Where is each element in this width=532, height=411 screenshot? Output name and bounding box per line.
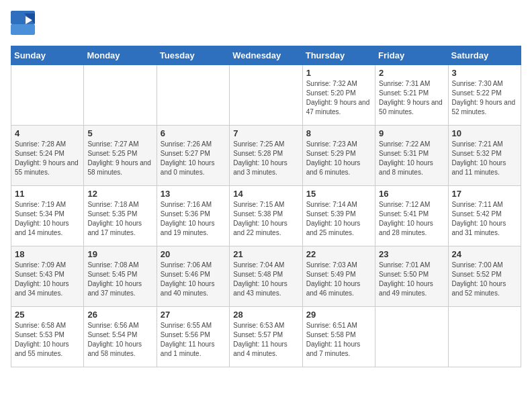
header-monday: Monday [84,46,157,65]
day-info: Sunrise: 7:32 AM Sunset: 5:20 PM Dayligh… [306,79,371,117]
header-wednesday: Wednesday [230,46,302,65]
day-number: 25 [15,310,80,320]
logo [11,11,38,38]
day-number: 19 [87,249,152,259]
day-number: 16 [379,189,444,199]
day-number: 4 [15,128,80,138]
day-number: 27 [161,310,226,320]
calendar-cell: 20Sunrise: 7:06 AM Sunset: 5:46 PM Dayli… [157,246,229,307]
day-info: Sunrise: 7:30 AM Sunset: 5:22 PM Dayligh… [452,79,517,117]
day-info: Sunrise: 6:53 AM Sunset: 5:57 PM Dayligh… [233,321,298,359]
day-info: Sunrise: 6:51 AM Sunset: 5:58 PM Dayligh… [306,321,371,359]
day-info: Sunrise: 7:03 AM Sunset: 5:49 PM Dayligh… [306,261,371,298]
day-info: Sunrise: 6:55 AM Sunset: 5:56 PM Dayligh… [161,321,226,359]
day-info: Sunrise: 7:18 AM Sunset: 5:35 PM Dayligh… [87,200,152,238]
calendar-cell: 17Sunrise: 7:11 AM Sunset: 5:42 PM Dayli… [448,186,521,246]
calendar-cell [157,65,229,126]
day-number: 5 [87,128,152,138]
day-info: Sunrise: 7:22 AM Sunset: 5:31 PM Dayligh… [379,140,444,177]
day-number: 1 [306,68,371,78]
day-info: Sunrise: 7:11 AM Sunset: 5:42 PM Dayligh… [452,200,517,238]
day-info: Sunrise: 7:31 AM Sunset: 5:21 PM Dayligh… [379,79,444,117]
calendar-week-row: 18Sunrise: 7:09 AM Sunset: 5:43 PM Dayli… [11,246,521,307]
day-number: 23 [379,249,444,259]
day-number: 10 [452,128,517,138]
logo-icon [11,11,35,38]
day-info: Sunrise: 7:27 AM Sunset: 5:25 PM Dayligh… [87,140,152,177]
day-info: Sunrise: 7:26 AM Sunset: 5:27 PM Dayligh… [161,140,226,177]
calendar-cell: 25Sunrise: 6:58 AM Sunset: 5:53 PM Dayli… [11,307,84,367]
day-number: 15 [306,189,371,199]
day-number: 11 [15,189,80,199]
day-number: 8 [306,128,371,138]
day-info: Sunrise: 7:00 AM Sunset: 5:52 PM Dayligh… [452,261,517,298]
calendar-cell: 5Sunrise: 7:27 AM Sunset: 5:25 PM Daylig… [84,126,157,186]
calendar-cell: 7Sunrise: 7:25 AM Sunset: 5:28 PM Daylig… [230,126,302,186]
day-number: 17 [452,189,517,199]
calendar-cell: 12Sunrise: 7:18 AM Sunset: 5:35 PM Dayli… [84,186,157,246]
calendar-cell: 16Sunrise: 7:12 AM Sunset: 5:41 PM Dayli… [375,186,448,246]
calendar-cell: 19Sunrise: 7:08 AM Sunset: 5:45 PM Dayli… [84,246,157,307]
day-info: Sunrise: 7:01 AM Sunset: 5:50 PM Dayligh… [379,261,444,298]
day-info: Sunrise: 7:08 AM Sunset: 5:45 PM Dayligh… [87,261,152,298]
calendar-cell: 24Sunrise: 7:00 AM Sunset: 5:52 PM Dayli… [448,246,521,307]
day-number: 22 [306,249,371,259]
calendar-cell: 18Sunrise: 7:09 AM Sunset: 5:43 PM Dayli… [11,246,84,307]
day-number: 2 [379,68,444,78]
day-info: Sunrise: 7:04 AM Sunset: 5:48 PM Dayligh… [233,261,298,298]
header-sunday: Sunday [11,46,84,65]
calendar-cell: 29Sunrise: 6:51 AM Sunset: 5:58 PM Dayli… [302,307,375,367]
day-info: Sunrise: 7:19 AM Sunset: 5:34 PM Dayligh… [15,200,80,238]
svg-rect-1 [11,24,35,35]
day-number: 24 [452,249,517,259]
calendar-week-row: 4Sunrise: 7:28 AM Sunset: 5:24 PM Daylig… [11,126,521,186]
weekday-header-row: Sunday Monday Tuesday Wednesday Thursday… [11,46,521,65]
calendar-cell: 9Sunrise: 7:22 AM Sunset: 5:31 PM Daylig… [375,126,448,186]
calendar-cell: 8Sunrise: 7:23 AM Sunset: 5:29 PM Daylig… [302,126,375,186]
day-info: Sunrise: 7:25 AM Sunset: 5:28 PM Dayligh… [233,140,298,177]
day-info: Sunrise: 7:28 AM Sunset: 5:24 PM Dayligh… [15,140,80,177]
calendar-cell [230,65,302,126]
header-thursday: Thursday [302,46,375,65]
day-info: Sunrise: 7:15 AM Sunset: 5:38 PM Dayligh… [233,200,298,238]
calendar-cell [375,307,448,367]
calendar-week-row: 1Sunrise: 7:32 AM Sunset: 5:20 PM Daylig… [11,65,521,126]
calendar-cell: 28Sunrise: 6:53 AM Sunset: 5:57 PM Dayli… [230,307,302,367]
calendar-cell: 13Sunrise: 7:16 AM Sunset: 5:36 PM Dayli… [157,186,229,246]
calendar-cell [448,307,521,367]
calendar-cell: 21Sunrise: 7:04 AM Sunset: 5:48 PM Dayli… [230,246,302,307]
header-saturday: Saturday [448,46,521,65]
calendar-week-row: 25Sunrise: 6:58 AM Sunset: 5:53 PM Dayli… [11,307,521,367]
day-number: 28 [233,310,298,320]
day-number: 18 [15,249,80,259]
day-info: Sunrise: 7:14 AM Sunset: 5:39 PM Dayligh… [306,200,371,238]
day-number: 9 [379,128,444,138]
day-number: 3 [452,68,517,78]
calendar-cell: 27Sunrise: 6:55 AM Sunset: 5:56 PM Dayli… [157,307,229,367]
calendar-cell: 2Sunrise: 7:31 AM Sunset: 5:21 PM Daylig… [375,65,448,126]
day-number: 14 [233,189,298,199]
day-number: 29 [306,310,371,320]
calendar-cell: 26Sunrise: 6:56 AM Sunset: 5:54 PM Dayli… [84,307,157,367]
day-number: 7 [233,128,298,138]
day-number: 26 [87,310,152,320]
calendar-cell: 1Sunrise: 7:32 AM Sunset: 5:20 PM Daylig… [302,65,375,126]
calendar-cell [84,65,157,126]
day-info: Sunrise: 6:56 AM Sunset: 5:54 PM Dayligh… [87,321,152,359]
calendar-cell: 10Sunrise: 7:21 AM Sunset: 5:32 PM Dayli… [448,126,521,186]
day-info: Sunrise: 7:09 AM Sunset: 5:43 PM Dayligh… [15,261,80,298]
day-number: 20 [161,249,226,259]
day-number: 21 [233,249,298,259]
calendar-cell: 15Sunrise: 7:14 AM Sunset: 5:39 PM Dayli… [302,186,375,246]
day-info: Sunrise: 7:23 AM Sunset: 5:29 PM Dayligh… [306,140,371,177]
calendar-cell: 22Sunrise: 7:03 AM Sunset: 5:49 PM Dayli… [302,246,375,307]
calendar-table: Sunday Monday Tuesday Wednesday Thursday… [11,46,521,367]
header-friday: Friday [375,46,448,65]
day-number: 6 [161,128,226,138]
day-info: Sunrise: 7:21 AM Sunset: 5:32 PM Dayligh… [452,140,517,177]
header-tuesday: Tuesday [157,46,229,65]
day-info: Sunrise: 6:58 AM Sunset: 5:53 PM Dayligh… [15,321,80,359]
calendar-cell: 23Sunrise: 7:01 AM Sunset: 5:50 PM Dayli… [375,246,448,307]
day-number: 12 [87,189,152,199]
calendar-cell: 14Sunrise: 7:15 AM Sunset: 5:38 PM Dayli… [230,186,302,246]
